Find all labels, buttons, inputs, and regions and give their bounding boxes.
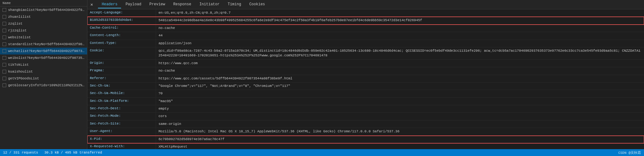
sidebar-item-label: getVIPGoodsList xyxy=(8,77,39,80)
header-name-cell: Content-Length: xyxy=(87,32,156,39)
request-list[interactable]: Name shangbiaolist?keyNo=5dffb644394922f… xyxy=(0,0,87,149)
sidebar-item-label: kuaishoulist xyxy=(8,70,33,73)
headers-table: Accept-Language:en-US,en;q=0.9,zh-CN;q=0… xyxy=(87,9,644,149)
sidebar-item-weibolist[interactable]: weibolist?keyNo=5dffb644394922f9073544a0… xyxy=(0,54,87,61)
header-name-cell: B1852d5337833b5d4da4: xyxy=(87,17,156,24)
sidebar-item-label: tikTokList xyxy=(8,63,29,67)
sidebar-item-checkbox[interactable] xyxy=(2,70,6,73)
sidebar-item-checkbox[interactable] xyxy=(2,56,6,60)
header-name-cell: Cookie: xyxy=(87,47,156,59)
header-row: Content-Type:application/json xyxy=(87,40,644,47)
header-value-cell[interactable]: "Google Chrome";v="117", "Not;A=Brand";v… xyxy=(156,83,644,90)
header-name-cell: Sec-Fetch-Mode: xyxy=(87,113,156,120)
header-value-cell[interactable]: XMLHttpRequest xyxy=(156,143,644,149)
sidebar-item-zhuanlilist[interactable]: zhuanlilist xyxy=(0,13,87,20)
header-value-cell[interactable]: cors xyxy=(156,113,644,120)
header-row: B1852d5337833b5d4da4:5481ca54944c2e98dba… xyxy=(87,17,644,24)
header-value-cell[interactable]: empty xyxy=(156,105,644,112)
header-row: X-Pid:6c70b092702d5d8974e367a6ac76c47f xyxy=(87,136,644,143)
sidebar-item-checkbox[interactable] xyxy=(2,22,6,26)
header-value-cell[interactable]: no-cache xyxy=(156,67,644,74)
header-value-cell[interactable]: 6c70b092702d5d8974e367a6ac76c47f xyxy=(156,136,644,143)
header-value-cell[interactable]: no-cache xyxy=(156,25,644,32)
sidebar-item-label: shangbiaolist?keyNo=5dffb644394922f90735… xyxy=(8,8,85,12)
header-value-cell[interactable]: 44 xyxy=(156,32,644,39)
sidebar-header: Name xyxy=(0,0,87,7)
header-name-cell: Pragma: xyxy=(87,67,156,74)
tab-cookies[interactable]: Cookies xyxy=(246,1,269,8)
header-name-cell: Referer: xyxy=(87,75,156,82)
header-row: Sec-Fetch-Dest:empty xyxy=(87,105,644,113)
sidebar-item-checkbox[interactable] xyxy=(2,77,6,80)
sidebar-item-standardlist[interactable]: standardlist?keyNo=5dffb644394922f907354… xyxy=(0,41,87,48)
header-value-cell[interactable]: ?0 xyxy=(156,90,644,97)
header-row: Referer:https://www.qcc.com/cassets/5dff… xyxy=(87,75,644,83)
header-row: Sec-Fetch-Mode:cors xyxy=(87,113,644,120)
sidebar-item-checkbox[interactable] xyxy=(2,83,6,87)
transfer-size: 30.3 kB / 495 kB transferred xyxy=(44,151,102,154)
header-name-cell: Content-Type: xyxy=(87,40,156,47)
header-name-cell: X-Pid: xyxy=(87,136,156,143)
header-row: Cache-Control:no-cache xyxy=(87,25,644,32)
sidebar-item-shangbiaolist[interactable]: shangbiaolist?keyNo=5dffb644394922f90735… xyxy=(0,7,87,13)
header-row: Sec-Ch-Ua-Platform:"macOS" xyxy=(87,98,644,105)
header-value-cell[interactable]: application/json xyxy=(156,40,644,47)
sidebar-item-label: wechatlist?keyNo=5dffb644394922f9073544a… xyxy=(8,49,85,53)
header-value-cell[interactable]: https://www.qcc.com xyxy=(156,60,644,67)
sidebar-item-label: zhuanlilist xyxy=(8,15,31,19)
header-value-cell[interactable]: Mozilla/5.0 (Macintosh; Intel Mac OS X 1… xyxy=(156,128,644,135)
header-row: Pragma:no-cache xyxy=(87,67,644,75)
sidebar-item-checkbox[interactable] xyxy=(2,29,6,32)
sidebar-item-checkbox[interactable] xyxy=(2,15,6,19)
header-name-cell: User-Agent: xyxy=(87,128,156,135)
sidebar-item-label: rjzzqlist xyxy=(8,29,27,32)
sidebar-item-checkbox[interactable] xyxy=(2,63,6,67)
header-name-cell: Sec-Ch-Ua-Platform: xyxy=(87,98,156,105)
header-value-cell[interactable]: 5481ca54944c2e98dbae4a16e0c43b98f4995256… xyxy=(156,17,644,24)
sidebar-item-zzqlist[interactable]: zzqlist xyxy=(0,20,87,27)
header-row: X-Requested-With:XMLHttpRequest xyxy=(87,143,644,149)
sidebar-item-checkbox[interactable] xyxy=(2,35,6,39)
sidebar-item-label: zzqlist xyxy=(8,22,22,26)
sidebar-item-rjzzqlist[interactable]: rjzzqlist xyxy=(0,27,87,34)
header-row: Origin:https://www.qcc.com xyxy=(87,60,644,67)
header-row: User-Agent:Mozilla/5.0 (Macintosh; Intel… xyxy=(87,128,644,135)
sidebar-item-tikTokList[interactable]: tikTokList xyxy=(0,61,87,68)
header-name-cell: Cache-Control: xyxy=(87,25,156,32)
header-row: Cookie:qcc_did=f99a68ca-7287-4c43-b9a2-0… xyxy=(87,47,644,60)
header-name-cell: Accept-Language: xyxy=(87,9,156,17)
tab-headers[interactable]: Headers xyxy=(98,1,121,8)
sidebar-item-kuaishoulist[interactable]: kuaishoulist xyxy=(0,68,87,75)
bottom-status-bar: 12 / 331 requests 30.3 kB / 495 kB trans… xyxy=(0,149,644,156)
header-row: Sec-Fetch-Site:same-origin xyxy=(87,121,644,128)
tab-payload[interactable]: Payload xyxy=(122,1,145,8)
header-value-cell[interactable]: qcc_did=f99a68ca-7287-4c43-b9a2-0715a107… xyxy=(156,47,644,59)
header-value-cell[interactable]: "macOS" xyxy=(156,98,644,105)
header-row: Sec-Ch-Ua-Mobile:?0 xyxy=(87,90,644,97)
header-name-cell: X-Requested-With: xyxy=(87,143,156,149)
sidebar-item-label: weibolist?keyNo=5dffb644394922f9073544a0… xyxy=(8,56,85,60)
sidebar-item-wechatlist[interactable]: wechatlist?keyNo=5dffb644394922f9073544a… xyxy=(0,48,87,54)
sidebar-item-getVIPGoodsList[interactable]: getVIPGoodsList xyxy=(0,75,87,82)
tab-preview[interactable]: Preview xyxy=(146,1,169,8)
sidebar-item-checkbox[interactable] xyxy=(2,49,6,53)
close-button[interactable]: ✕ xyxy=(89,2,95,8)
tab-response[interactable]: Response xyxy=(169,1,195,8)
header-value-cell[interactable]: https://www.qcc.com/cassets/5dffb6443949… xyxy=(156,75,644,82)
sidebar-item-checkbox[interactable] xyxy=(2,42,6,46)
watermark: CSDN @吴秋霜 xyxy=(618,150,641,155)
sidebar-item-getGlossaryInfo[interactable]: getGlossaryInfo?ids=109%2C110%2C212%2C..… xyxy=(0,82,87,89)
sidebar-item-checkbox[interactable] xyxy=(2,8,6,12)
header-value-cell[interactable]: en-US,en;q=0.9,zh-CN;q=0.8,zh;q=0.7 xyxy=(156,9,644,17)
header-name-cell: Sec-Ch-Ua: xyxy=(87,83,156,90)
tabs-bar: ✕ HeadersPayloadPreviewResponseInitiator… xyxy=(87,0,644,9)
tab-timing[interactable]: Timing xyxy=(224,1,245,8)
header-value-cell[interactable]: same-origin xyxy=(156,121,644,128)
header-row: Content-Length:44 xyxy=(87,32,644,40)
tab-initiator[interactable]: Initiator xyxy=(196,1,223,8)
header-name-cell: Sec-Fetch-Dest: xyxy=(87,105,156,112)
header-row: Accept-Language:en-US,en;q=0.9,zh-CN;q=0… xyxy=(87,9,644,17)
header-name-cell: Origin: xyxy=(87,60,156,67)
sidebar-item-label: getGlossaryInfo?ids=109%2C110%2C212%2C..… xyxy=(8,83,85,87)
sidebar-item-websitelist[interactable]: websitelist xyxy=(0,34,87,41)
